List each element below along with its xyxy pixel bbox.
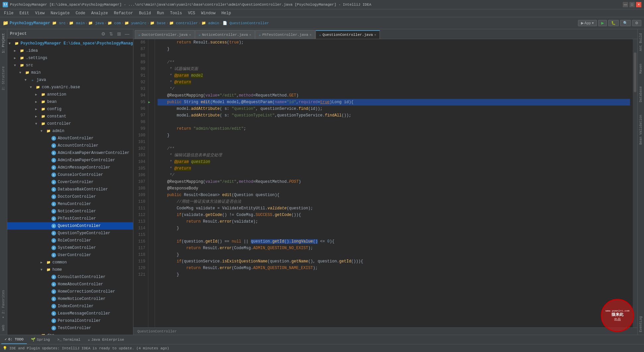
tree-counselorcontroller[interactable]: ▶ C CounselorController [7,171,133,178]
tree-root[interactable]: ▼ 📁 PsychologyManager E:\idea_space\Psyc… [7,40,133,47]
tab-phtestcontroller[interactable]: ☕ PhTestController.java ✕ [255,30,315,39]
tree-indexcontroller[interactable]: ▶ C IndexController [7,303,133,310]
bottom-tab-terminal[interactable]: >_ Terminal [54,335,84,344]
tree-config[interactable]: ▶ 📁 config [7,106,133,113]
panel-sort-btn[interactable]: ⇅ [108,31,114,37]
tree-settings[interactable]: ▶ 📁 .settings [7,54,133,62]
panel-expand-btn[interactable]: ⊞ [116,31,122,37]
right-tab-eventlog[interactable]: EventLog [638,314,643,335]
tree-annotion[interactable]: ▶ 📁 annotion [7,91,133,98]
bc-main[interactable]: 📁 main [69,21,85,25]
code-line-116: if(question.getId() == null || question.… [158,238,630,245]
tree-common[interactable]: ▶ 📁 common [7,259,133,266]
menu-edit[interactable]: Edit [17,10,32,16]
tree-phtestcontroller[interactable]: ▶ C PhTestController [7,215,133,222]
tree-adminexampapercontroller[interactable]: ▶ C AdminExamPaperController [7,157,133,164]
menu-navigate[interactable]: Navigate [48,10,72,16]
menu-vcs[interactable]: VCS [185,10,198,16]
tree-accountcontroller[interactable]: ▶ C AccountController [7,142,133,149]
bc-java[interactable]: 📁 java [88,21,104,25]
tree-adminmessagecontroller[interactable]: ▶ C AdminMessageController [7,164,133,171]
menu-code[interactable]: Code [73,10,88,16]
app-dropdown[interactable]: ▶ App ▾ [578,20,597,26]
panel-close-btn[interactable]: — [124,31,130,37]
close-button[interactable]: ✕ [636,2,641,7]
tab-questioncontroller[interactable]: ☕ QuestionController.java ✕ [316,30,380,39]
tree-homenoticecontroller[interactable]: ▶ C HomeNoticeController [7,295,133,303]
bc-yuanlrc[interactable]: 📁 yuanlrc [124,21,147,25]
bc-file[interactable]: 📄 QuestionController [223,21,269,25]
tree-home[interactable]: ▼ 📁 home [7,266,133,273]
tab-noticecontroller[interactable]: ☕ NoticeController.java ✕ [195,30,255,39]
debug-btn[interactable]: 🐛 [608,20,619,26]
tree-src[interactable]: ▼ 📁 src [7,62,133,69]
tree-constant[interactable]: ▶ 📁 constant [7,113,133,120]
bc-admin[interactable]: 📁 admin [201,21,219,25]
tab-close-btn-active[interactable]: ✕ [374,33,376,37]
tree-main[interactable]: ▼ 📁 main [7,69,133,76]
tree-admin[interactable]: ▼ 📁 admin [7,127,133,135]
settings-btn[interactable]: ⚙ [632,20,641,26]
menu-build[interactable]: Build [136,10,154,16]
bc-controller[interactable]: 📁 controller [169,21,198,25]
bottom-tab-spring[interactable]: 🌱 Spring [28,335,53,344]
tree-personalcontroller[interactable]: ▶ C PersonalController [7,317,133,324]
tree-menucontroller[interactable]: ▶ C MenuController [7,200,133,208]
tree-covercontroller[interactable]: ▶ C CoverController [7,178,133,186]
tree-homeaboutcontroller[interactable]: ▶ C HomeAboutController [7,281,133,288]
bc-com[interactable]: 📁 com [107,21,121,25]
tree-adminexampaperanswercontroller[interactable]: ▶ C AdminExamPaperAnswerController [7,149,133,157]
tree-systemcontroller[interactable]: ▶ C SystemController [7,244,133,251]
tree-rolecontroller[interactable]: ▶ C RoleController [7,237,133,244]
tree-aboutcontroller[interactable]: ▶ C AboutController [7,135,133,142]
favorites-tab-label[interactable]: ★ 2: Favorites [1,287,6,322]
menu-tools[interactable]: Tools [168,10,185,16]
tree-java[interactable]: ▼ ☕ java [7,76,133,84]
run-btn[interactable]: ▶ [598,20,607,26]
menu-refactor[interactable]: Refactor [111,10,136,16]
right-tab-database[interactable]: Database [638,84,643,105]
tree-usercontroller[interactable]: ▶ C UserController [7,251,133,259]
tree-idea[interactable]: ▶ 📁 .idea [7,47,133,54]
structure-tab-label[interactable]: 2: Structure [1,64,6,93]
menu-window[interactable]: Window [198,10,218,16]
tree-controller[interactable]: ▼ 📁 controller [7,120,133,127]
tab-close-btn[interactable]: ✕ [249,33,251,37]
editor-vscroll[interactable] [633,39,637,327]
right-tab-maven[interactable]: Maven [638,61,643,76]
tab-doctorcontroller[interactable]: ☕ DoctorController.java ✕ [135,30,195,39]
menu-help[interactable]: Help [219,10,234,16]
tab-close-btn[interactable]: ✕ [310,33,312,37]
bottom-tab-todo[interactable]: ✓ 6: TODO [1,335,27,344]
tree-questioncontroller[interactable]: ▶ C QuestionController [7,222,133,230]
tree-doctorcontroller[interactable]: ▶ C DoctorController [7,193,133,200]
search-btn[interactable]: 🔍 [620,20,631,26]
menu-view[interactable]: View [33,10,47,16]
tree-questiontypecontroller[interactable]: ▶ C QuestionTypeController [7,230,133,237]
minimize-button[interactable]: — [623,2,628,7]
panel-settings-btn[interactable]: ⚙ [100,31,107,37]
vscroll-thumb[interactable] [634,52,636,92]
web-tab-label[interactable]: Web [1,322,6,333]
tree-leavemessagecontroller[interactable]: ▶ C LeaveMessageController [7,310,133,317]
tree-com[interactable]: ▼ 📁 com.yuanlrc.base [7,84,133,91]
tree-bean[interactable]: ▶ 📁 bean [7,98,133,106]
menu-analyze[interactable]: Analyze [89,10,110,16]
right-tab-beanvalidation[interactable]: Bean Validation [638,112,643,147]
code-editor[interactable]: return Result.success(true); } /** * 试题编… [155,39,633,327]
tree-testcontroller[interactable]: ▶ C TestController [7,324,133,332]
tab-close-btn[interactable]: ✕ [189,33,191,37]
tree-consultantcontroller[interactable]: ▶ C ConsultantController [7,273,133,281]
tree-homecorrectioncontroller[interactable]: ▶ C HomeCorrectionController [7,288,133,295]
right-tab-antbuild[interactable]: Ant Build [638,31,643,54]
bc-src[interactable]: 📁 src [52,21,65,25]
bottom-tab-enterprise[interactable]: ☕ Java Enterprise [84,335,127,344]
tree-dao[interactable]: ▶ 📁 dao [7,332,133,335]
menu-run[interactable]: Run [154,10,167,16]
maximize-button[interactable]: □ [629,2,635,7]
project-tab-label[interactable]: 1: Project [1,31,6,56]
tree-databasebakcontroller[interactable]: ▶ C DatabaseBakController [7,186,133,193]
bc-base[interactable]: 📁 base [150,21,166,25]
tree-noticecontroller[interactable]: ▶ C NoticeController [7,208,133,215]
menu-file[interactable]: File [1,10,16,16]
